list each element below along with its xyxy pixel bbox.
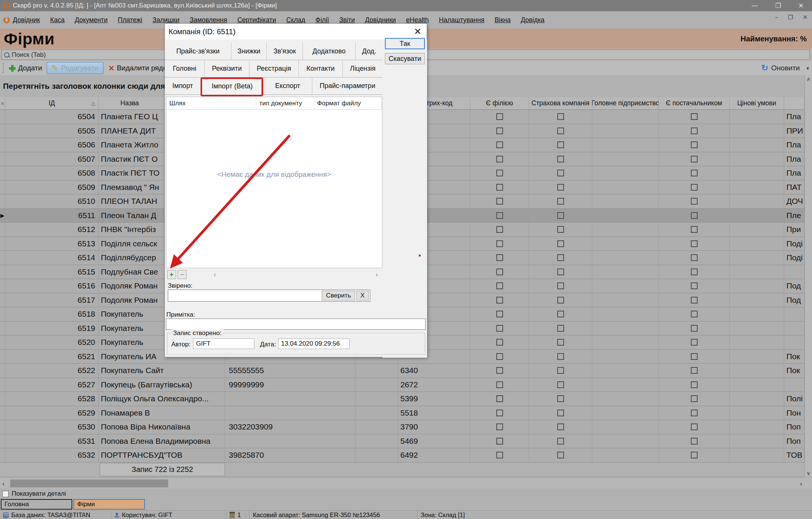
checkbox[interactable] [691,367,698,374]
checkbox[interactable] [557,311,564,317]
checkbox[interactable] [496,452,503,458]
column-header[interactable]: ≡ [0,97,5,109]
column-header[interactable]: Страхова компанія [529,97,592,109]
checkbox[interactable] [496,170,503,176]
row-checkbox-cell[interactable] [529,420,592,434]
row-checkbox-cell[interactable] [529,166,592,180]
row-checkbox-cell[interactable] [529,322,592,335]
dialog-tab[interactable]: Реквізити [205,60,249,77]
row-checkbox-cell[interactable] [659,110,730,124]
checkbox[interactable] [557,438,564,445]
row-checkbox-cell[interactable] [659,166,730,180]
scrollbar-thumb[interactable] [10,480,168,487]
dialog-tab[interactable]: Експорт [263,77,312,94]
checkbox[interactable] [496,282,503,289]
row-checkbox-cell[interactable] [470,350,529,364]
scroll-right-icon[interactable]: › [800,480,802,488]
date-field[interactable]: 13.04.2020 09:29:56 [278,338,350,349]
row-checkbox-cell[interactable] [529,392,592,406]
row-checkbox-cell[interactable] [470,237,529,251]
checkbox[interactable] [496,141,503,148]
menu-item[interactable]: Вікна [494,16,511,24]
row-checkbox-cell[interactable] [470,335,529,349]
row-checkbox-cell[interactable] [470,378,529,392]
menu-item[interactable]: Документи [75,16,108,24]
checkbox[interactable] [691,410,698,416]
row-checkbox-cell[interactable] [470,138,529,152]
row-checkbox-cell[interactable] [659,322,730,335]
checkbox[interactable] [691,198,698,205]
mdi-close-button[interactable]: ✕ [800,14,810,21]
checkbox[interactable] [557,240,564,247]
row-checkbox-cell[interactable] [470,181,529,194]
checkbox[interactable] [557,410,564,416]
row-checkbox-cell[interactable] [470,110,529,124]
menu-item[interactable]: Налаштування [439,16,484,24]
table-row[interactable]: 6529Понамарев В5518Пон [0,406,804,420]
ok-button[interactable]: Так [385,38,425,49]
checkbox[interactable] [691,395,698,402]
verify-input[interactable] [168,290,322,301]
row-checkbox-cell[interactable] [470,124,529,138]
row-checkbox-cell[interactable] [529,138,592,152]
table-row[interactable]: 6532ПОРТТРАНСБУД"ТОВ398258706492ТОВ [0,448,804,463]
dialog-tab[interactable]: Імпорт [165,77,201,94]
checkbox[interactable] [496,410,503,416]
row-checkbox-cell[interactable] [470,209,529,223]
menu-item[interactable]: Залишки [152,16,179,24]
import-grid-column-header[interactable]: Формат файлу [314,97,382,109]
column-header[interactable]: Цінові умови [730,97,784,109]
checkbox[interactable] [496,198,503,205]
row-checkbox-cell[interactable] [659,335,730,349]
edit-button[interactable]: ✎ Редагувати [47,62,103,74]
checkbox[interactable] [557,254,564,261]
row-checkbox-cell[interactable] [659,209,730,223]
table-row[interactable]: 6530Попова Віра Николаївна30322039093790… [0,420,804,434]
checkbox[interactable] [496,438,503,445]
dialog-tab[interactable]: Дод. [356,42,383,60]
row-checkbox-cell[interactable] [529,448,592,462]
row-checkbox-cell[interactable] [529,434,592,448]
checkbox[interactable] [496,127,503,134]
checkbox[interactable] [496,325,503,332]
checkbox[interactable] [496,311,503,317]
import-grid-column-header[interactable]: Шлях [166,97,256,109]
checkbox[interactable] [557,353,564,360]
dialog-tab[interactable]: Прайс-параметри [312,77,383,94]
checkbox[interactable] [496,423,503,430]
row-checkbox-cell[interactable] [470,293,529,307]
table-row[interactable]: 6531Попова Елена Владимировна5469Поп [0,434,804,449]
tab-firmy[interactable]: Фірми [73,499,145,510]
checkbox[interactable] [496,240,503,247]
checkbox[interactable] [496,254,503,261]
row-checkbox-cell[interactable] [659,434,730,448]
row-checkbox-cell[interactable] [659,279,730,293]
row-checkbox-cell[interactable] [659,406,730,420]
checkbox[interactable] [557,156,564,162]
dialog-tab[interactable]: Ліцензія [343,60,383,77]
checkbox[interactable] [691,325,698,332]
restore-button[interactable]: ❐ [776,2,781,10]
checkbox[interactable] [691,339,698,346]
import-grid-column-header[interactable]: тип документу [256,97,314,109]
checkbox[interactable] [557,198,564,205]
cancel-button[interactable]: Скасувати [385,53,425,64]
checkbox[interactable] [557,141,564,148]
checkbox[interactable] [691,184,698,191]
row-checkbox-cell[interactable] [659,124,730,138]
menu-item[interactable]: Склад [286,16,306,24]
row-checkbox-cell[interactable] [470,194,529,208]
checkbox[interactable] [557,282,564,289]
row-checkbox-cell[interactable] [659,293,730,307]
checkbox[interactable] [691,127,698,134]
table-row[interactable]: 6522Покупатель Сайт555555556340Пок [0,364,804,378]
checkbox[interactable] [557,297,564,304]
row-checkbox-cell[interactable] [659,265,730,279]
menu-item[interactable]: Сертифікати [237,16,276,24]
mdi-minimize-button[interactable]: – [773,14,780,21]
row-checkbox-cell[interactable] [470,166,529,180]
checkbox[interactable] [496,226,503,233]
checkbox[interactable] [691,311,698,317]
checkbox[interactable] [691,212,698,219]
row-checkbox-cell[interactable] [470,392,529,406]
